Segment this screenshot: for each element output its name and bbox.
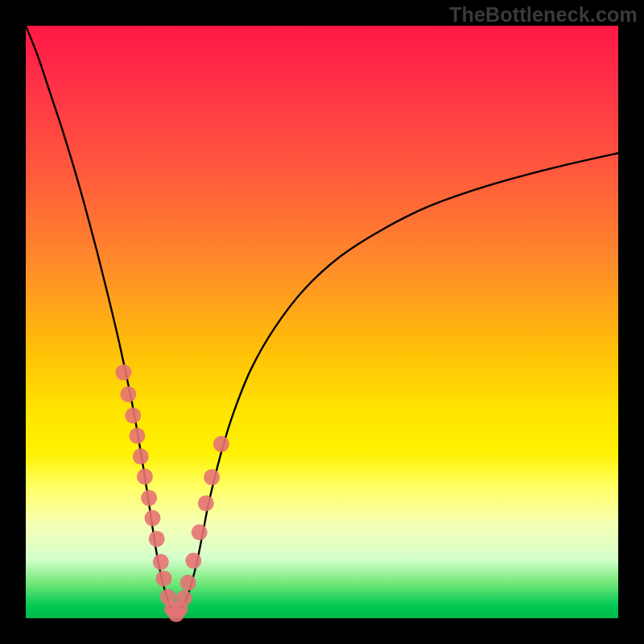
data-dot (204, 469, 220, 485)
data-dot (149, 530, 165, 547)
data-dot (120, 386, 136, 402)
data-dot (137, 469, 153, 485)
data-dot (115, 365, 131, 381)
data-dot (198, 495, 214, 511)
data-dot (180, 575, 196, 591)
data-dot (155, 571, 171, 587)
data-dot (125, 407, 141, 423)
watermark-text: TheBottleneck.com (449, 3, 638, 27)
plot-area (26, 26, 618, 618)
data-dot (176, 590, 192, 606)
data-dot (129, 427, 145, 444)
chart-svg (26, 26, 618, 618)
data-dot (213, 436, 229, 452)
curve-left (26, 26, 175, 615)
data-dot (192, 524, 208, 540)
data-dot (153, 554, 169, 570)
data-dot (185, 553, 201, 569)
data-dot (133, 448, 149, 464)
data-dot (145, 510, 161, 526)
frame: TheBottleneck.com (0, 0, 644, 644)
curve-right (176, 153, 618, 615)
data-dot (141, 490, 157, 506)
